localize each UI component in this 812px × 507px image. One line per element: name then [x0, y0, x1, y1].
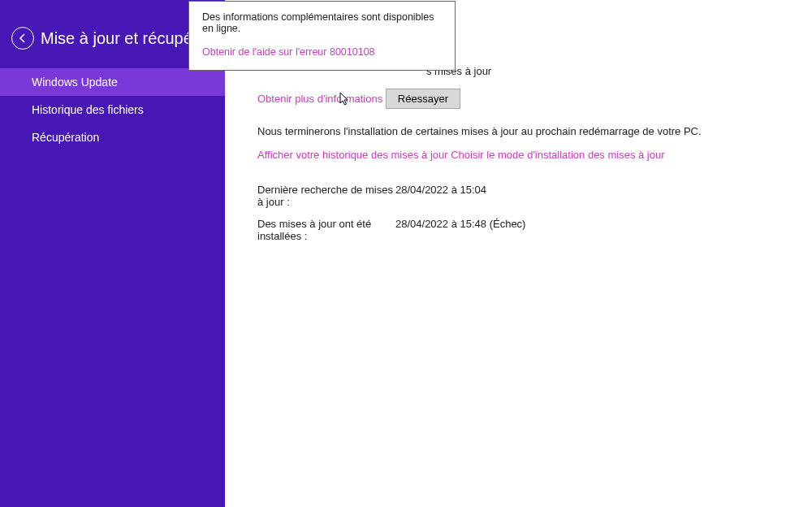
last-install-value: 28/04/2022 à 15:48 (Échec)	[395, 218, 525, 242]
tooltip-text: Des informations complémentaires sont di…	[202, 11, 442, 34]
back-button[interactable]	[11, 27, 34, 50]
sidebar-item-recovery[interactable]: Récupération	[0, 124, 225, 151]
last-check-row: Dernière recherche de mises à jour : 28/…	[257, 184, 780, 208]
error-partial-text: s mises à jour	[426, 65, 780, 77]
history-link[interactable]: Afficher votre historique des mises à jo…	[257, 149, 448, 161]
page-title: Mise à jour et récupérati...	[41, 29, 199, 48]
arrow-left-icon	[17, 32, 28, 44]
last-install-row: Des mises à jour ont été installées : 28…	[257, 218, 780, 242]
tooltip-popup: Des informations complémentaires sont di…	[188, 1, 456, 71]
sidebar-item-file-history[interactable]: Historique des fichiers	[0, 96, 225, 124]
more-info-link[interactable]: Obtenir plus d'informations	[257, 93, 382, 105]
choose-mode-link[interactable]: Choisir le mode d'installation des mises…	[451, 149, 664, 161]
sidebar-item-windows-update[interactable]: Windows Update	[0, 68, 225, 96]
tooltip-help-link[interactable]: Obtenir de l'aide sur l'erreur 80010108	[202, 46, 375, 58]
last-check-value: 28/04/2022 à 15:04	[395, 184, 486, 208]
last-check-label: Dernière recherche de mises à jour :	[257, 184, 395, 208]
last-install-label: Des mises à jour ont été installées :	[257, 218, 395, 242]
cursor-icon	[339, 92, 351, 106]
main-content: s mises à jour Obtenir plus d'informatio…	[225, 0, 812, 507]
restart-text: Nous terminerons l'installation de certa…	[257, 125, 780, 137]
sidebar: Mise à jour et récupérati... Windows Upd…	[0, 0, 225, 507]
retry-button[interactable]: Réessayer	[386, 89, 460, 109]
